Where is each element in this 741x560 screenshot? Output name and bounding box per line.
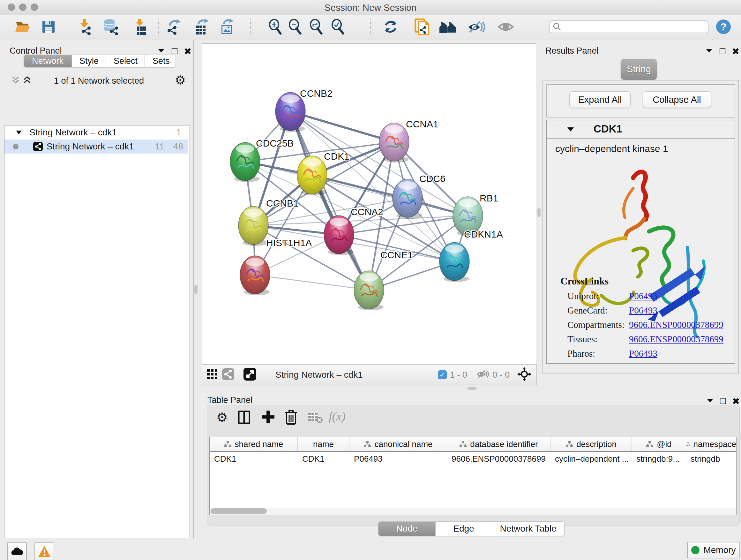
crosslink-genecard[interactable]: P06493 [629, 303, 724, 318]
tab-select[interactable]: Select [106, 55, 145, 67]
column-flow-icon [459, 441, 467, 448]
clone-network-icon[interactable] [414, 18, 430, 37]
network-canvas[interactable]: CCNB2CCNA1CDC25BCDK1CDC6RB1CCNB1CCNA2CDK… [202, 44, 536, 365]
collapse-all-button[interactable]: Collapse All [643, 91, 711, 108]
gear-icon[interactable]: ⚙ [175, 73, 186, 87]
zoom-out-icon[interactable] [287, 19, 304, 36]
network-view-icon[interactable] [222, 368, 234, 381]
tab-node-table[interactable]: Node Table [378, 521, 435, 536]
table-delete-icon[interactable] [285, 409, 297, 426]
tree-expander-icon[interactable] [15, 130, 22, 135]
export-network-icon[interactable] [165, 18, 182, 37]
entry-collapse-icon[interactable] [567, 127, 575, 132]
table-columns-icon[interactable] [238, 411, 250, 425]
application-statusbar: Memory [0, 538, 741, 560]
column-header[interactable]: namespace [686, 437, 736, 451]
toolbar-separator [405, 18, 405, 37]
hidden-node-edge-counts: 0 - 0 [492, 370, 510, 380]
grid-view-icon[interactable] [207, 369, 218, 381]
column-header[interactable]: @id [632, 437, 686, 451]
entry-header[interactable]: CDK1 [547, 120, 735, 139]
horizontal-scrollbar[interactable] [210, 508, 736, 515]
collection-count: 1 [176, 127, 181, 138]
statusbar-separator [472, 368, 472, 382]
tab-sets[interactable]: Sets [145, 55, 176, 67]
search-field[interactable] [549, 20, 709, 33]
hide-selected-eye-icon[interactable] [467, 19, 485, 36]
save-session-icon[interactable] [41, 19, 56, 36]
maximize-panel-icon[interactable]: □ [720, 395, 726, 406]
column-header[interactable]: database identifier [447, 437, 550, 451]
selected-node-edge-counts: 1 - 0 [450, 370, 467, 380]
column-header[interactable]: description [550, 437, 632, 451]
search-input[interactable] [562, 22, 700, 32]
vertical-splitter-handle[interactable] [194, 285, 198, 294]
crosslink-label: Tissues: [567, 332, 624, 347]
control-panel-tabs: Network Style Select Sets [23, 55, 176, 67]
edge-count: 48 [173, 141, 183, 152]
expand-all-button[interactable]: Expand All [569, 91, 630, 108]
crosslinks-title: CrossLinks [560, 275, 609, 287]
warning-status-button[interactable] [35, 543, 54, 560]
tab-edge-table[interactable]: Edge Table [435, 521, 492, 536]
network-collection-row[interactable]: String Network – cdk1 1 [4, 125, 188, 139]
node-label: CDKN1A [464, 229, 503, 240]
export-image-icon[interactable] [219, 18, 235, 37]
column-header[interactable]: canonical name [349, 437, 447, 451]
zoom-in-icon[interactable] [268, 19, 284, 36]
float-panel-icon[interactable] [157, 47, 165, 55]
horizontal-scrollbar-thumb[interactable] [211, 508, 267, 514]
tab-style[interactable]: Style [72, 55, 106, 67]
tab-string[interactable]: String [621, 59, 657, 80]
import-network-database-icon[interactable] [103, 18, 120, 37]
zoom-fit-content-icon[interactable] [309, 19, 325, 36]
birds-eye-view-icon[interactable] [244, 368, 256, 382]
show-all-views-icon[interactable] [439, 19, 457, 36]
cloud-status-button[interactable] [7, 543, 27, 560]
tab-network-table[interactable]: Network Table [492, 521, 564, 536]
import-table-file-icon[interactable] [132, 18, 148, 37]
crosslink-pharos[interactable]: P06493 [629, 347, 724, 361]
close-panel-icon[interactable]: ✖ [184, 46, 192, 57]
network-graph[interactable]: CCNB2CCNA1CDC25BCDK1CDC6RB1CCNB1CCNA2CDK… [202, 44, 536, 365]
network-row-selected[interactable]: String Network – cdk1 11 48 [4, 139, 188, 153]
crosslink-tissues[interactable]: 9606.ENSP00000378699 [629, 332, 724, 347]
network-label: String Network – cdk1 [47, 141, 134, 152]
table-gear-icon[interactable]: ⚙ [216, 410, 228, 425]
crosslink-uniprot[interactable]: P06493 [629, 289, 724, 303]
crosslink-compartments[interactable]: 9606.ENSP00000378699 [629, 318, 724, 332]
column-header[interactable]: name [298, 437, 349, 451]
memory-label: Memory [703, 545, 736, 555]
node-count: 11 [155, 141, 164, 152]
import-network-file-icon[interactable] [76, 18, 92, 37]
table-function-builder-icon[interactable]: f(x) [329, 409, 346, 423]
toolbar-separator [68, 18, 68, 37]
expand-all-chevron-icon[interactable] [23, 75, 31, 86]
table-delete-column-icon[interactable] [308, 413, 323, 425]
pan-crosshair-icon[interactable] [517, 367, 531, 382]
maximize-panel-icon[interactable]: □ [720, 45, 725, 56]
float-panel-icon[interactable] [705, 47, 713, 55]
horizontal-splitter-handle[interactable] [468, 387, 476, 390]
selected-checkbox-icon[interactable]: ✓ [438, 370, 447, 379]
node-label: CCNB2 [300, 88, 333, 99]
memory-ok-dot [691, 546, 699, 554]
network-view-title: String Network – cdk1 [275, 370, 363, 380]
open-session-icon[interactable] [15, 19, 31, 36]
close-panel-icon[interactable]: ✖ [732, 46, 739, 57]
memory-button[interactable]: Memory [687, 542, 740, 558]
column-flow-icon [224, 441, 232, 448]
zoom-selected-icon[interactable] [330, 19, 346, 36]
show-eye-icon[interactable] [497, 20, 515, 35]
table-row[interactable]: CDK1 CDK1 P06493 9606.ENSP00000378699 cy… [210, 452, 736, 466]
export-table-icon[interactable] [193, 18, 210, 37]
hidden-eye-icon [476, 369, 489, 380]
crosslink-label: GeneCard: [567, 303, 624, 318]
refresh-view-icon[interactable] [383, 19, 399, 36]
collapse-all-chevron-icon[interactable] [11, 75, 20, 86]
column-header[interactable]: shared name [210, 437, 298, 451]
tab-network[interactable]: Network [23, 55, 72, 67]
float-panel-icon[interactable] [706, 397, 714, 405]
help-button[interactable]: ? [716, 19, 731, 34]
table-add-icon[interactable] [261, 410, 275, 425]
